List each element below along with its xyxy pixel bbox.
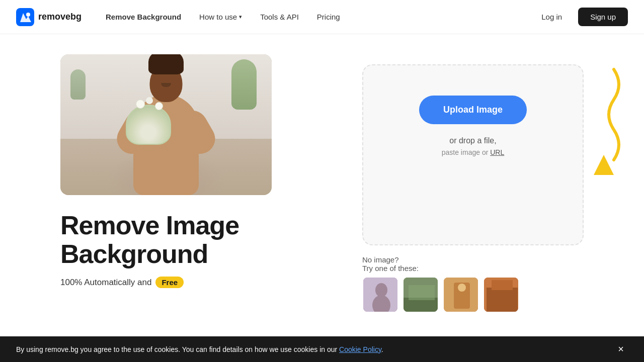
nav-auth: Log in Sign up (531, 8, 628, 26)
cookie-close-button[interactable]: × (614, 343, 628, 355)
sample-1-svg (363, 278, 398, 313)
flower-3 (155, 102, 163, 110)
svg-rect-13 (487, 288, 518, 313)
drop-text: or drop a file, (449, 136, 496, 145)
hero-headline: Remove Image Background (60, 211, 362, 268)
sample-image-2[interactable] (403, 277, 439, 313)
flower-bunch (126, 105, 171, 145)
plant-left (70, 69, 86, 100)
chevron-down-icon: ▾ (239, 14, 242, 20)
sample-image-4-preview (484, 278, 518, 312)
login-button[interactable]: Log in (531, 9, 572, 25)
sample-images-list (362, 277, 584, 313)
no-image-text: No image? Try one of these: (362, 255, 584, 273)
plant-right (231, 59, 257, 110)
svg-point-1 (26, 13, 30, 17)
logo-text: removebg (38, 12, 82, 22)
hero-text: Remove Image Background 100% Automatical… (60, 211, 362, 288)
nav-remove-background[interactable]: Remove Background (98, 9, 189, 25)
flower-1 (136, 100, 145, 109)
triangle-decoration (594, 155, 614, 177)
nav-links: Remove Background How to use ▾ Tools & A… (98, 9, 531, 25)
cookie-bar: By using remove.bg you agree to the use … (0, 336, 644, 362)
signup-button[interactable]: Sign up (578, 8, 628, 26)
hero-subtext: 100% Automatically and Free (60, 277, 362, 288)
svg-point-11 (458, 284, 466, 292)
sample-image-3-preview (444, 278, 478, 312)
logo-icon (16, 8, 34, 26)
upload-button[interactable]: Upload Image (419, 96, 527, 124)
svg-point-4 (375, 283, 387, 297)
flowers (126, 95, 171, 145)
main-content: Remove Image Background 100% Automatical… (0, 34, 644, 362)
cookie-text: By using remove.bg you agree to the use … (16, 345, 383, 353)
sample-3-svg (444, 278, 479, 313)
upload-dropzone[interactable]: Upload Image or drop a file, paste image… (362, 64, 584, 245)
svg-rect-8 (409, 285, 435, 300)
cookie-policy-link[interactable]: Cookie Policy (339, 345, 381, 353)
sample-2-svg (404, 278, 439, 313)
sample-4-svg (484, 278, 519, 313)
nav-tools-api[interactable]: Tools & API (252, 9, 307, 25)
squiggle-decoration (584, 64, 624, 165)
nav-how-to-use[interactable]: How to use ▾ (191, 9, 250, 25)
sample-image-1-preview (363, 278, 397, 312)
sample-image-1[interactable] (362, 277, 398, 313)
hero-right: Upload Image or drop a file, paste image… (362, 34, 584, 313)
svg-marker-2 (594, 155, 614, 175)
paste-text: paste image or URL (442, 148, 505, 156)
flower-2 (146, 97, 153, 104)
nav-pricing[interactable]: Pricing (309, 9, 348, 25)
navbar: removebg Remove Background How to use ▾ … (0, 0, 644, 34)
sample-image-2-preview (404, 278, 438, 312)
url-link[interactable]: URL (490, 148, 504, 156)
svg-rect-14 (492, 280, 513, 290)
hero-left: Remove Image Background 100% Automatical… (60, 34, 362, 288)
hero-photo (60, 54, 272, 195)
sample-image-4[interactable] (483, 277, 519, 313)
sample-image-3[interactable] (443, 277, 479, 313)
logo[interactable]: removebg (16, 8, 82, 26)
person-hair (148, 54, 184, 74)
sample-section: No image? Try one of these: (362, 255, 584, 313)
free-badge: Free (155, 277, 184, 288)
hero-image-container (60, 54, 272, 195)
